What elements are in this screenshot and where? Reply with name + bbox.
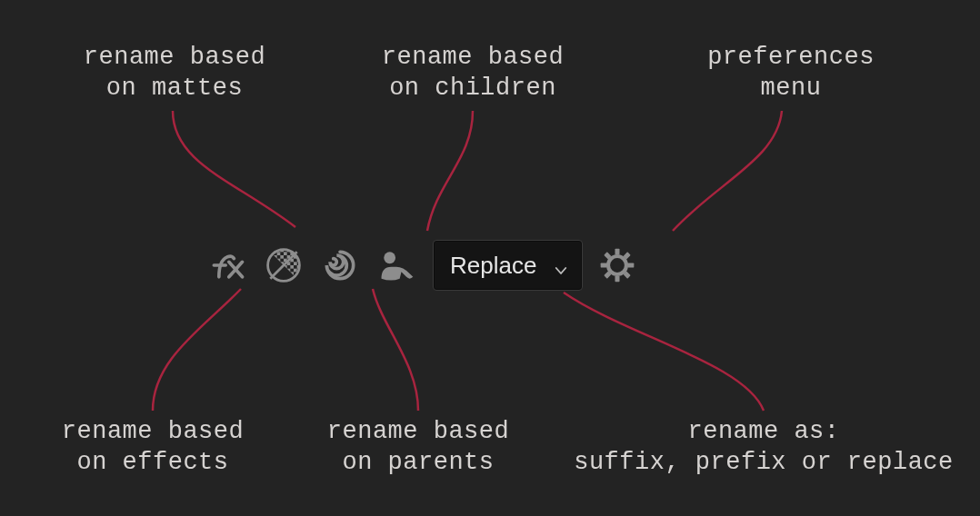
svg-point-9 (384, 252, 395, 263)
rename-mode-dropdown[interactable]: Replace (433, 240, 583, 291)
label-rename-children: rename based on children (345, 43, 600, 104)
label-rename-mattes: rename based on mattes (29, 43, 320, 104)
toolbar: Replace (207, 238, 635, 293)
child-icon[interactable] (376, 245, 416, 285)
label-rename-parents: rename based on parents (282, 417, 555, 479)
label-preferences: preferences menu (664, 43, 918, 104)
diagram-stage: rename based on mattes rename based on c… (0, 0, 980, 516)
rename-mode-value: Replace (450, 252, 536, 280)
gear-icon[interactable] (599, 247, 635, 283)
label-rename-effects: rename based on effects (16, 417, 289, 479)
effects-icon[interactable] (207, 245, 247, 285)
svg-point-20 (613, 261, 622, 270)
svg-rect-15 (628, 263, 635, 268)
svg-rect-13 (615, 276, 620, 283)
matte-icon[interactable] (264, 245, 304, 285)
label-rename-as: rename as: suffix, prefix or replace (573, 417, 955, 479)
svg-rect-14 (601, 263, 607, 268)
svg-rect-12 (615, 249, 620, 255)
chevron-down-icon (553, 257, 569, 273)
parent-icon[interactable] (320, 245, 360, 285)
